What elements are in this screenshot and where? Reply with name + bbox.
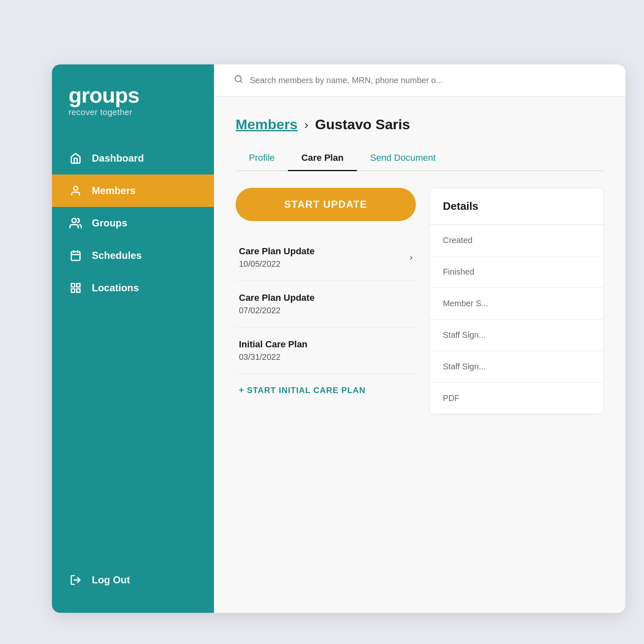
care-plan-date: 07/02/2022 (239, 306, 315, 315)
details-label: Staff Sign... (443, 330, 590, 340)
care-plan-info: Care Plan Update 10/05/2022 (239, 246, 315, 269)
details-rows: Created Finished Member S... Staff Sign.… (430, 225, 603, 414)
details-label: Staff Sign... (443, 362, 590, 371)
svg-rect-9 (76, 289, 80, 292)
breadcrumb-members-link[interactable]: Members (236, 116, 297, 133)
logout-label: Log Out (92, 574, 130, 586)
sidebar-item-label: Locations (92, 282, 139, 294)
details-label: PDF (443, 393, 590, 403)
care-plan-item[interactable]: Initial Care Plan 03/31/2022 (236, 327, 416, 374)
details-title: Details (443, 200, 590, 213)
tabs-bar: Profile Care Plan Send Document (236, 146, 604, 171)
start-initial-care-plan-button[interactable]: + START INITIAL CARE PLAN (236, 374, 416, 407)
home-icon (69, 151, 83, 165)
sidebar-item-logout[interactable]: Log Out (52, 564, 214, 596)
care-plan-list: Care Plan Update 10/05/2022 › Care Plan … (236, 234, 416, 407)
details-row-staff-signature-2: Staff Sign... (430, 351, 603, 383)
page-body: Members › Gustavo Saris Profile Care Pla… (214, 96, 625, 613)
left-panel: START UPDATE Care Plan Update 10/05/2022… (236, 188, 416, 415)
details-row-finished: Finished (430, 256, 603, 288)
building-icon (69, 281, 83, 295)
care-plan-date: 03/31/2022 (239, 352, 307, 362)
person-icon (69, 184, 83, 198)
breadcrumb: Members › Gustavo Saris (236, 116, 604, 133)
search-bar (214, 64, 625, 96)
main-content: Members › Gustavo Saris Profile Care Pla… (214, 64, 625, 613)
svg-rect-2 (71, 252, 80, 261)
care-plan-title: Care Plan Update (239, 293, 315, 303)
content-grid: START UPDATE Care Plan Update 10/05/2022… (236, 188, 604, 415)
app-container: groups recover together Dashboard (52, 64, 625, 613)
care-plan-item[interactable]: Care Plan Update 07/02/2022 (236, 281, 416, 327)
sidebar-item-label: Members (92, 185, 135, 197)
svg-rect-6 (71, 284, 75, 287)
sidebar-item-label: Groups (92, 217, 127, 229)
logo-text: groups (69, 84, 197, 106)
svg-point-0 (74, 187, 77, 190)
calendar-icon (69, 248, 83, 263)
sidebar-item-label: Schedules (92, 250, 142, 261)
search-icon (234, 74, 243, 86)
sidebar-item-locations[interactable]: Locations (52, 272, 214, 304)
group-icon (69, 216, 83, 230)
details-label: Created (443, 236, 590, 245)
sidebar-item-members[interactable]: Members (52, 175, 214, 207)
breadcrumb-member-name: Gustavo Saris (315, 116, 410, 133)
sidebar-item-label: Dashboard (92, 152, 144, 164)
details-row-created: Created (430, 225, 603, 256)
nav-items: Dashboard Members (52, 142, 214, 304)
logout-icon (69, 573, 83, 587)
chevron-right-icon: › (410, 252, 413, 263)
tab-profile[interactable]: Profile (236, 146, 288, 171)
care-plan-title: Care Plan Update (239, 246, 315, 257)
logo-area: groups recover together (52, 64, 214, 134)
svg-line-12 (240, 81, 242, 82)
tab-care-plan[interactable]: Care Plan (288, 146, 357, 171)
details-label: Member S... (443, 299, 590, 308)
sidebar-item-schedules[interactable]: Schedules (52, 239, 214, 272)
details-label: Finished (443, 267, 590, 277)
start-update-button[interactable]: START UPDATE (236, 188, 416, 221)
details-row-pdf: PDF (430, 383, 603, 414)
details-row-member-signature: Member S... (430, 288, 603, 320)
details-header: Details (430, 188, 603, 225)
search-input[interactable] (250, 76, 605, 85)
care-plan-info: Care Plan Update 07/02/2022 (239, 293, 315, 315)
svg-point-1 (72, 219, 76, 223)
care-plan-item[interactable]: Care Plan Update 10/05/2022 › (236, 234, 416, 281)
sidebar-item-dashboard[interactable]: Dashboard (52, 142, 214, 175)
tab-send-document[interactable]: Send Document (357, 146, 449, 171)
details-row-staff-signature-1: Staff Sign... (430, 320, 603, 351)
logo-tagline: recover together (69, 108, 197, 117)
care-plan-title: Initial Care Plan (239, 339, 307, 350)
care-plan-date: 10/05/2022 (239, 259, 315, 269)
svg-rect-8 (76, 284, 80, 287)
care-plan-info: Initial Care Plan 03/31/2022 (239, 339, 307, 362)
svg-rect-7 (71, 289, 75, 292)
sidebar-item-groups[interactable]: Groups (52, 207, 214, 239)
sidebar: groups recover together Dashboard (52, 64, 214, 613)
breadcrumb-separator: › (304, 118, 308, 132)
details-panel: Details Created Finished Member S... (429, 188, 604, 415)
